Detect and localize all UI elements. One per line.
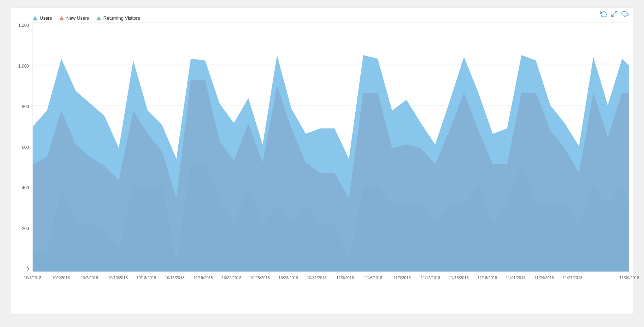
y-label-800: 800 — [13, 104, 29, 109]
expand-icon[interactable] — [611, 10, 618, 19]
legend-item-users: Users — [33, 15, 52, 21]
chart-container: Users New Users Returning Visitors 0 200… — [11, 7, 633, 315]
x-label-18: 11/24/2018 — [534, 275, 554, 280]
x-label-0: 10/1/2018 — [24, 275, 42, 280]
y-axis: 0 200 400 600 800 1,000 1,200 — [13, 23, 29, 280]
download-icon[interactable] — [621, 10, 629, 19]
x-label-20: 11/30/2018 — [619, 275, 639, 280]
x-label-6: 10/19/2018 — [193, 275, 213, 280]
y-label-1000: 1,000 — [13, 64, 29, 69]
legend: Users New Users Returning Visitors — [11, 11, 633, 23]
toolbar — [600, 10, 629, 19]
y-label-600: 600 — [13, 145, 29, 150]
returning-legend-label: Returning Visitors — [104, 15, 140, 21]
x-label-4: 10/13/2018 — [136, 275, 156, 280]
y-label-1200: 1,200 — [13, 23, 29, 28]
x-label-13: 11/9/2018 — [393, 275, 411, 280]
chart-area: 0 200 400 600 800 1,000 1,200 — [33, 23, 629, 280]
x-label-7: 10/22/2018 — [222, 275, 241, 280]
users-area — [33, 55, 629, 272]
x-axis: 10/1/2018 10/4/2018 10/7/2018 10/10/2018… — [33, 272, 629, 280]
x-label-8: 10/25/2018 — [250, 275, 270, 280]
y-label-400: 400 — [13, 185, 29, 190]
x-label-12: 11/6/2018 — [365, 275, 382, 280]
new-users-legend-icon — [59, 16, 64, 20]
x-label-15: 11/15/2018 — [449, 275, 468, 280]
x-label-17: 11/21/2018 — [506, 275, 525, 280]
x-label-2: 10/7/2018 — [81, 275, 98, 280]
x-label-5: 10/16/2018 — [165, 275, 184, 280]
x-label-11: 11/3/2018 — [336, 275, 354, 280]
x-label-9: 10/28/2018 — [279, 275, 298, 280]
chart-svg — [33, 23, 629, 272]
x-label-3: 10/10/2018 — [108, 275, 128, 280]
returning-legend-icon — [96, 16, 101, 20]
legend-item-returning: Returning Visitors — [96, 15, 140, 21]
x-label-1: 10/4/2018 — [52, 275, 70, 280]
legend-item-new-users: New Users — [59, 15, 89, 21]
y-label-200: 200 — [13, 226, 29, 231]
users-legend-label: Users — [40, 15, 52, 21]
x-label-16: 11/18/2018 — [477, 275, 497, 280]
x-label-10: 10/31/2018 — [307, 275, 327, 280]
x-label-19: 11/27/2018 — [563, 275, 582, 280]
new-users-legend-label: New Users — [66, 15, 89, 21]
refresh-icon[interactable] — [600, 10, 607, 19]
x-label-14: 11/12/2018 — [420, 275, 440, 280]
y-label-0: 0 — [13, 267, 29, 272]
users-legend-icon — [33, 16, 38, 20]
